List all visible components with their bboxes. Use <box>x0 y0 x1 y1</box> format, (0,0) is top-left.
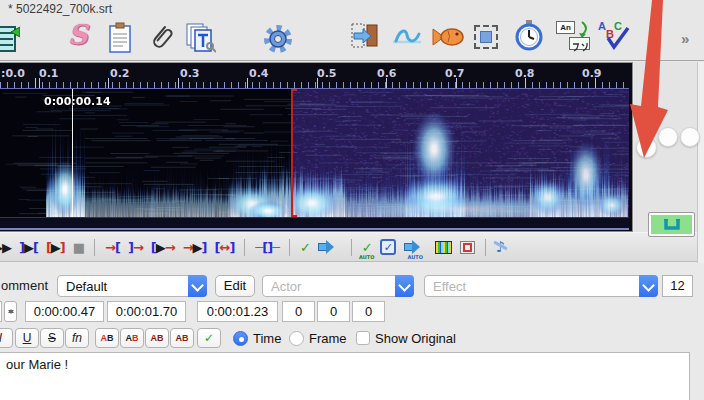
radio-dot <box>289 331 304 346</box>
font-size-field[interactable]: 12 <box>662 275 693 297</box>
next-auto-button[interactable]: AUTO <box>404 236 427 258</box>
title-bar: * 5022492_700k.srt <box>0 0 704 18</box>
underline-button[interactable]: U <box>15 328 39 348</box>
color-ab-button-2[interactable]: AB <box>120 328 144 348</box>
subtitle-list-icon[interactable] <box>0 24 20 58</box>
waveform-bottom-band <box>0 217 629 230</box>
ab-buttons: ABABABAB <box>95 328 194 348</box>
toolbar-separator <box>289 239 290 256</box>
selection-fill <box>480 31 492 43</box>
text-documents-icon[interactable] <box>184 22 216 58</box>
audio-extract-button[interactable]: ♪ <box>496 236 505 258</box>
effect-placeholder: Effect <box>433 279 466 294</box>
fish-icon[interactable] <box>432 26 464 52</box>
subtitle-text-area[interactable]: our Marie ! <box>0 352 690 400</box>
translate-icon[interactable]: An <box>556 21 590 51</box>
toolbar-separator <box>94 239 95 256</box>
chevron-down-icon <box>188 275 207 297</box>
style-combobox[interactable]: Default <box>57 275 207 297</box>
indicator-circle-1[interactable] <box>636 137 657 158</box>
notes-icon[interactable] <box>107 22 133 58</box>
move-end-to-playhead-button[interactable]: →▶] <box>183 236 207 258</box>
toolbar-separator <box>485 239 486 256</box>
selection-box-icon[interactable] <box>474 25 498 49</box>
apply-all-button[interactable]: ✓ <box>380 239 396 255</box>
format-row: I U S fn ABABABAB ✓ Time Frame Show Orig… <box>0 328 704 348</box>
next-subtitle-button[interactable] <box>318 236 341 258</box>
timeline-ruler[interactable]: :0.00.10.20.30.40.50.60.70.80.9 <box>0 63 629 89</box>
ruler-major-ticks <box>0 78 629 88</box>
apply-auto-button[interactable]: ✓AUTO <box>362 236 372 258</box>
move-start-to-playhead-button[interactable]: [▶→ <box>151 236 175 258</box>
subtitle-editor: omment Default Edit Actor Effect 12 0:00… <box>0 263 704 400</box>
time-radio[interactable]: Time <box>233 328 281 348</box>
margin-field[interactable]: 0 <box>282 301 315 322</box>
play-selection-button[interactable]: [▶] <box>46 236 65 258</box>
set-end-marker-button[interactable]: ]→ <box>128 236 143 258</box>
spectrogram-view-button[interactable] <box>435 241 452 254</box>
toolbar-separator <box>244 239 245 256</box>
actor-combobox[interactable]: Actor <box>262 275 414 297</box>
timing-row: 0:00:00.47 0:00:01.70 0:00:01.23 000 <box>0 301 704 322</box>
stopwatch-icon[interactable] <box>514 20 544 56</box>
frame-radio-label: Frame <box>309 331 347 346</box>
fast-forward-button[interactable]: ▶▶ <box>0 236 11 258</box>
comment-label: omment <box>0 278 48 293</box>
main-toolbar: S An <box>0 18 704 61</box>
style-value: Default <box>66 279 107 294</box>
end-time-field[interactable]: 0:00:01.70 <box>107 301 186 322</box>
chevron-down-icon <box>395 275 414 297</box>
checkbox-box <box>356 331 370 345</box>
strikethrough-button[interactable]: S <box>40 328 64 348</box>
frame-radio[interactable]: Frame <box>289 328 347 348</box>
margin-field[interactable]: 0 <box>317 301 350 322</box>
style-icon[interactable]: S <box>68 19 88 50</box>
italic-button[interactable]: I <box>0 328 13 348</box>
edit-style-button[interactable]: Edit <box>215 275 255 297</box>
waveform-panel: :0.00.10.20.30.40.50.60.70.80.9 0:00:00.… <box>0 62 633 232</box>
subtitle-start-marker[interactable] <box>291 89 293 217</box>
stretch-selection-button[interactable]: [↔] <box>215 236 235 258</box>
style-row: omment Default Edit Actor Effect 12 <box>0 275 704 297</box>
duration-field[interactable]: 0:00:01.23 <box>197 301 278 322</box>
indicator-circle-3[interactable] <box>680 127 700 147</box>
stop-button[interactable]: ■ <box>73 236 84 258</box>
window-title: * 5022492_700k.srt <box>8 2 112 16</box>
confirm-format-button[interactable]: ✓ <box>197 328 221 348</box>
bracket-icon <box>663 219 681 231</box>
translate-kana-box <box>569 37 590 50</box>
color-ab-button-1[interactable]: AB <box>95 328 119 348</box>
indicator-circle-2[interactable] <box>658 127 678 147</box>
cut-field[interactable] <box>0 301 2 322</box>
playhead-time-label: 0:00:00.14 <box>44 95 111 108</box>
attachment-paperclip-icon[interactable] <box>147 22 175 58</box>
color-ab-button-4[interactable]: AB <box>170 328 194 348</box>
time-stepper[interactable] <box>4 301 17 322</box>
effect-combobox[interactable]: Effect <box>424 275 658 297</box>
translate-latin-box: An <box>556 21 575 34</box>
radio-dot <box>233 331 248 346</box>
apply-check-button[interactable]: ✓ <box>300 236 310 258</box>
fn-button[interactable]: fn <box>65 328 89 348</box>
set-start-marker-button[interactable]: →[ <box>105 236 120 258</box>
film-view-button[interactable] <box>460 241 475 254</box>
chevron-down-icon <box>639 275 658 297</box>
time-radio-label: Time <box>253 331 281 346</box>
start-time-field[interactable]: 0:00:00.47 <box>25 301 104 322</box>
snap-markers-button[interactable]: ─[ ]─ <box>255 236 279 258</box>
gear-icon[interactable] <box>262 22 294 58</box>
playhead-cursor[interactable] <box>72 89 73 217</box>
show-original-label: Show Original <box>375 331 456 346</box>
play-between-markers-button[interactable]: ]▶[ <box>19 236 38 258</box>
show-original-checkbox[interactable]: Show Original <box>356 328 456 348</box>
toolbar-separator <box>351 239 352 256</box>
wave-icon[interactable] <box>392 27 422 51</box>
toolbar-overflow-chevron[interactable]: » <box>681 30 688 47</box>
spectrogram-canvas[interactable] <box>0 89 629 217</box>
export-door-icon[interactable] <box>350 22 380 54</box>
zero-fields: 000 <box>282 301 385 322</box>
color-ab-button-3[interactable]: AB <box>145 328 169 348</box>
margin-field[interactable]: 0 <box>352 301 385 322</box>
transport-toolbar: ▶▶]▶[[▶]■→[]→[▶→→▶][↔]─[ ]─✓✓AUTO✓AUTO♪ <box>0 232 697 262</box>
bracket-toggle-button[interactable] <box>648 212 695 237</box>
